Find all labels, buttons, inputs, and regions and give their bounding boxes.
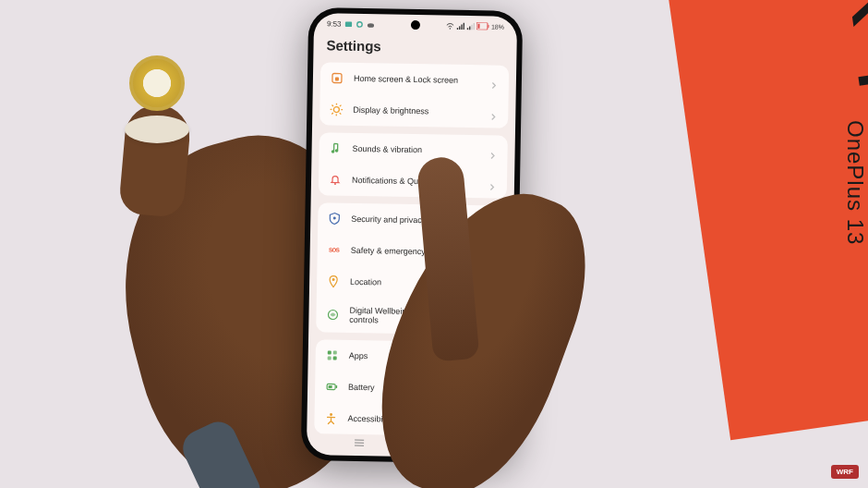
svg-point-39 [330, 413, 332, 416]
svg-rect-33 [333, 351, 337, 355]
svg-rect-4 [457, 28, 458, 30]
status-time: 9:53 [327, 19, 342, 28]
svg-line-25 [340, 105, 342, 107]
svg-point-3 [450, 28, 451, 29]
signal-icon [456, 21, 464, 30]
music-note-icon [328, 140, 343, 155]
svg-point-29 [333, 217, 336, 220]
settings-item-home-lock[interactable]: Home screen & Lock screen [320, 62, 510, 97]
svg-line-24 [332, 113, 333, 115]
settings-item-notifications[interactable]: Notifications & Quick Settings [319, 164, 508, 199]
shield-icon [327, 211, 342, 226]
settings-item-label: Home screen & Lock screen [354, 74, 481, 85]
video-watermark: WRF [831, 465, 859, 479]
svg-rect-11 [474, 23, 475, 30]
settings-item-display[interactable]: Display & brightness [319, 93, 509, 128]
chevron-right-icon [488, 177, 498, 187]
nav-recent-button[interactable] [352, 437, 367, 448]
product-box [667, 0, 868, 440]
accessibility-icon [323, 410, 338, 425]
wifi-icon [446, 21, 454, 30]
sun-icon [329, 102, 344, 116]
location-pin-icon [326, 274, 341, 288]
settings-item-sounds[interactable]: Sounds & vibration [319, 132, 508, 167]
chevron-right-icon [489, 107, 499, 116]
svg-rect-9 [469, 26, 470, 30]
svg-rect-14 [488, 25, 488, 28]
cloud-icon [366, 20, 374, 29]
svg-rect-16 [335, 78, 339, 81]
svg-rect-5 [459, 26, 460, 30]
svg-point-2 [367, 23, 373, 28]
link-icon [355, 19, 363, 28]
page-header: Settings [313, 31, 517, 66]
svg-point-1 [356, 21, 361, 26]
svg-line-22 [332, 104, 333, 106]
voip-icon [344, 19, 352, 28]
settings-item-label: Display & brightness [353, 105, 480, 116]
settings-item-label: Sounds & vibration [353, 144, 480, 155]
svg-rect-0 [344, 21, 351, 27]
svg-rect-37 [336, 385, 338, 388]
svg-rect-6 [461, 24, 462, 29]
apps-grid-icon [325, 348, 340, 362]
svg-rect-13 [477, 24, 479, 29]
svg-rect-8 [467, 28, 468, 30]
svg-rect-32 [328, 350, 332, 354]
smartwatch-band [177, 416, 267, 488]
svg-point-17 [333, 107, 339, 113]
chevron-right-icon [489, 146, 499, 155]
battery-percentage: 18% [491, 23, 504, 30]
svg-rect-7 [464, 22, 464, 29]
settings-group: Sounds & vibration Notifications & Quick… [319, 132, 508, 199]
settings-group: Home screen & Lock screen Display & brig… [319, 62, 509, 128]
sos-icon: SOS [327, 242, 342, 257]
svg-line-23 [340, 113, 342, 115]
battery-icon [476, 22, 489, 30]
product-box-brand: OnePlus 13 [842, 120, 868, 245]
bell-icon [328, 172, 343, 187]
svg-point-30 [332, 278, 335, 281]
svg-point-28 [334, 183, 336, 185]
page-title: Settings [326, 37, 503, 55]
svg-rect-38 [329, 385, 332, 388]
svg-rect-35 [333, 357, 337, 360]
chevron-right-icon [490, 76, 500, 85]
wellbeing-icon [325, 307, 340, 322]
battery-icon [324, 379, 339, 394]
svg-rect-34 [328, 356, 332, 360]
svg-rect-10 [471, 24, 472, 29]
desk-clock [120, 55, 194, 148]
signal-2-icon [466, 21, 475, 30]
home-lock-icon [330, 70, 344, 85]
